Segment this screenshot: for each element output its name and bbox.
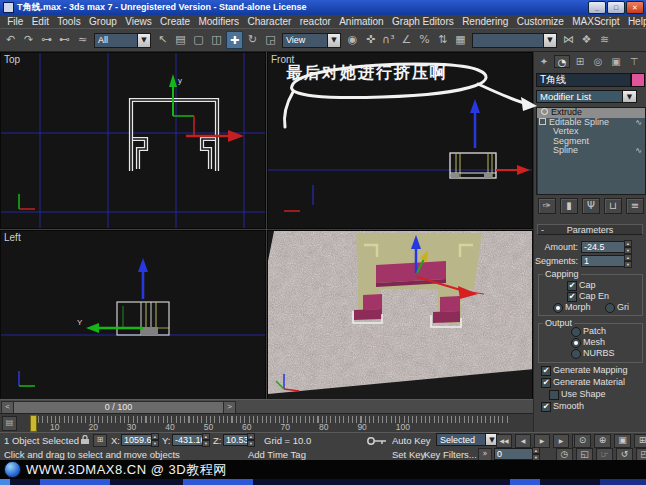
nurbs-radio[interactable] <box>571 349 581 359</box>
bind-to-spacewarp-icon[interactable]: ≈ <box>74 31 91 49</box>
select-and-move-icon[interactable]: ✚ <box>226 31 243 49</box>
patch-radio[interactable] <box>571 327 581 337</box>
z-spinner[interactable]: ▴▾ <box>247 433 255 445</box>
smooth-checkbox[interactable]: ✔ <box>541 402 551 412</box>
cap-start-checkbox[interactable]: ✔ <box>567 281 577 291</box>
menu-item-reactor[interactable]: reactor <box>296 16 336 27</box>
auto-key-button[interactable]: Auto Key <box>392 435 431 446</box>
maximize-button[interactable]: □ <box>607 1 625 14</box>
generate-mapping-checkbox[interactable]: ✔ <box>541 366 551 376</box>
menu-item-customize[interactable]: Customize <box>512 16 568 27</box>
configure-modifier-sets-icon[interactable]: ≡ <box>626 198 644 214</box>
stack-item-spline[interactable]: Spline ∿ <box>537 146 645 156</box>
previous-frame-icon[interactable]: ◀ <box>515 434 531 448</box>
use-center-icon[interactable]: ◉ <box>344 31 361 49</box>
curve-editor-icon[interactable]: ≋ <box>596 31 613 49</box>
title-bar[interactable]: T角线.max - 3ds max 7 - Unregistered Versi… <box>0 0 646 15</box>
track-bar[interactable]: ▤ 102030405060708090100 <box>0 413 533 432</box>
menu-item-edit[interactable]: Edit <box>28 16 54 27</box>
tab-motion[interactable]: ◎ <box>590 55 606 68</box>
modifier-enable-icon[interactable] <box>541 108 548 115</box>
absolute-offset-toggle[interactable]: ⊞ <box>93 434 107 447</box>
extruded-shape-left[interactable] <box>117 302 169 335</box>
parameters-rollout-header[interactable]: - Parameters <box>537 224 643 235</box>
menu-item-maxscript[interactable]: MAXScript <box>568 16 624 27</box>
menu-item-graph-editors[interactable]: Graph Editors <box>388 16 458 27</box>
coord-system-dropdown[interactable]: View ▼ <box>282 33 341 48</box>
frame-spinner[interactable]: ▴▾ <box>532 447 540 459</box>
segments-spinner[interactable]: ▴▾ <box>624 254 632 266</box>
set-key-button[interactable]: Set Key <box>392 449 425 460</box>
show-end-result-icon[interactable]: ▮ <box>560 198 578 214</box>
tab-hierarchy[interactable]: ⊞ <box>572 55 588 68</box>
amount-field[interactable]: -24.5 <box>581 241 625 253</box>
mirror-icon[interactable]: ⋈ <box>560 31 577 49</box>
use-shape-checkbox[interactable] <box>549 390 559 400</box>
y-coordinate-field[interactable]: -431.10 <box>172 434 206 446</box>
dropdown-arrow-icon[interactable]: ▼ <box>138 33 151 48</box>
percent-snap-icon[interactable]: % <box>416 31 433 49</box>
morph-radio[interactable] <box>553 303 563 313</box>
menu-item-modifiers[interactable]: Modifiers <box>194 16 243 27</box>
play-icon[interactable]: ▶ <box>534 434 550 448</box>
current-frame-field[interactable]: 0 <box>494 448 536 460</box>
undo-icon[interactable]: ↶ <box>2 31 19 49</box>
select-and-manipulate-icon[interactable]: ✜ <box>362 31 379 49</box>
selection-lock-icon[interactable] <box>80 435 90 445</box>
select-and-link-icon[interactable]: ⊶ <box>38 31 55 49</box>
unlink-selection-icon[interactable]: ⊷ <box>56 31 73 49</box>
x-coordinate-field[interactable]: 1059.64 <box>121 434 155 446</box>
next-frame-icon[interactable]: ▶ <box>553 434 569 448</box>
object-name-field[interactable]: T角线 <box>536 73 631 87</box>
selection-filter-dropdown[interactable]: All ▼ <box>94 33 151 48</box>
menu-item-views[interactable]: Views <box>121 16 156 27</box>
dropdown-arrow-icon[interactable]: ▼ <box>544 33 557 48</box>
select-object-icon[interactable]: ↖ <box>154 31 171 49</box>
spinner-snap-icon[interactable]: ⇅ <box>434 31 451 49</box>
menu-item-file[interactable]: File <box>3 16 28 27</box>
menu-item-animation[interactable]: Animation <box>335 16 388 27</box>
select-and-rotate-icon[interactable]: ↻ <box>244 31 261 49</box>
viewport-perspective[interactable] <box>267 230 533 400</box>
menu-item-group[interactable]: Group <box>85 16 121 27</box>
zoom-extents-icon[interactable]: ▣ <box>614 434 631 448</box>
menu-item-help[interactable]: Help <box>624 16 646 27</box>
viewport-top[interactable]: Top y <box>0 52 266 229</box>
named-selection-sets-icon[interactable]: ▦ <box>452 31 469 49</box>
tab-create[interactable]: ✦ <box>536 55 552 68</box>
zoom-all-icon[interactable]: ⊕ <box>594 434 611 448</box>
dropdown-arrow-icon[interactable]: ▼ <box>328 33 341 48</box>
collapse-icon[interactable]: - <box>541 225 544 235</box>
transform-gizmo[interactable]: Y <box>77 258 148 333</box>
cap-end-checkbox[interactable]: ✔ <box>567 292 577 302</box>
segments-field[interactable]: 1 <box>581 255 625 267</box>
select-and-scale-icon[interactable]: ◲ <box>262 31 279 49</box>
expand-icon[interactable] <box>539 118 546 125</box>
transform-gizmo[interactable] <box>470 99 530 175</box>
grid-radio[interactable] <box>605 303 615 313</box>
amount-spinner[interactable]: ▴▾ <box>624 240 632 252</box>
dropdown-arrow-icon[interactable]: ▼ <box>623 90 637 103</box>
set-key-icon[interactable] <box>366 436 388 446</box>
add-time-tag[interactable]: Add Time Tag <box>248 449 306 460</box>
extruded-shape-front[interactable] <box>450 153 496 178</box>
key-filter-dropdown[interactable]: Selected ▼ <box>436 433 499 446</box>
transform-gizmo[interactable]: y <box>169 74 244 142</box>
viewport-front[interactable]: Front 最后对她进行挤压啊 <box>267 52 533 229</box>
mesh-radio[interactable] <box>571 338 581 348</box>
window-crossing-icon[interactable]: ◫ <box>208 31 225 49</box>
tab-modify[interactable]: ◔ <box>554 55 570 68</box>
close-button[interactable]: ✕ <box>626 1 644 14</box>
viewport-top-label[interactable]: Top <box>4 54 20 65</box>
generate-material-checkbox[interactable]: ✔ <box>541 378 551 388</box>
current-frame-marker[interactable] <box>30 415 37 432</box>
zoom-icon[interactable]: ⊙ <box>574 434 591 448</box>
remove-modifier-icon[interactable]: ⊔ <box>604 198 622 214</box>
named-selection-dropdown[interactable]: ▼ <box>472 33 557 48</box>
viewport-left[interactable]: Left Y <box>0 230 266 400</box>
snap-toggle-icon[interactable]: ∩³ <box>380 31 397 49</box>
menu-item-tools[interactable]: Tools <box>53 16 85 27</box>
redo-icon[interactable]: ↷ <box>20 31 37 49</box>
menu-item-create[interactable]: Create <box>156 16 194 27</box>
tab-display[interactable]: ▣ <box>608 55 624 68</box>
